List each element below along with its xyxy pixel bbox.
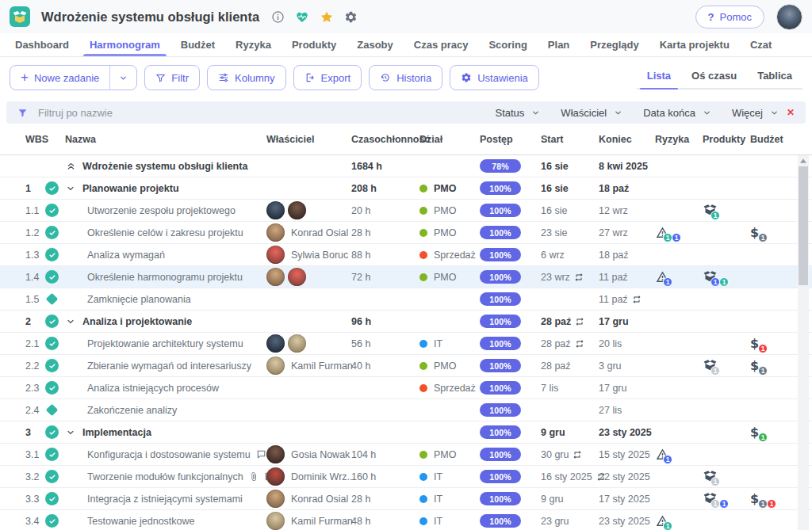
tab-czat[interactable]: Czat [740,33,782,56]
table-row[interactable]: 2.2Zbieranie wymagań od interesariuszyKa… [0,355,812,377]
risk-warning-icon[interactable]: 1 [655,514,670,528]
task-name[interactable]: Testowanie jednostkowe [87,510,195,530]
filter-button[interactable]: Filtr [144,65,200,90]
table-row[interactable]: 3.1Konfiguracja i dostosowanie systemu2G… [0,444,812,466]
table-row[interactable]: 1.5Zamknięcie planowania100%11 paź [0,288,812,311]
owner-avatar[interactable] [266,490,285,508]
table-row[interactable]: 2.4Zakończenie analizy100%27 lis [0,399,812,421]
view-o-czasu[interactable]: Oś czasu [681,66,747,88]
comments-icon[interactable] [256,449,266,459]
owner-avatar[interactable] [266,467,285,486]
table-row[interactable]: 1Planowanie projektu208 hPMO100%16 sie18… [0,177,812,200]
filter-dropdown-wi-cej[interactable]: Więcej [732,107,779,119]
new-task-dropdown-button[interactable] [109,66,136,90]
task-name[interactable]: Integracja z istniejącymi systemami [87,488,243,509]
column-header-name[interactable]: Nazwa [65,124,96,155]
table-row[interactable]: Wdrożenie systemu obsługi klienta1684 h7… [0,155,812,177]
status-done-icon[interactable] [45,177,59,199]
table-row[interactable]: 1.3Analiza wymagańSylwia Boruc88 hSprzed… [0,244,812,266]
task-name[interactable]: Planowanie projektu [82,177,179,199]
owner-avatar[interactable] [266,246,285,264]
favorite-star-icon[interactable] [320,10,334,24]
filter-dropdown-w-a-ciciel[interactable]: Właściciel [561,107,622,119]
table-row[interactable]: 3Implementacja100%9 gru23 sty 2025$1 [0,421,812,444]
risk-warning-icon[interactable]: 1 [655,270,670,284]
view-lista[interactable]: Lista [637,66,681,88]
owner-avatar[interactable] [266,357,285,375]
owner-avatar[interactable] [266,334,285,353]
milestone-diamond-icon[interactable] [45,399,56,421]
task-name[interactable]: Konfiguracja i dostosowanie systemu2 [87,444,274,465]
export-button[interactable]: Export [293,65,362,90]
tab-harmonogram[interactable]: Harmonogram [79,33,170,56]
columns-button[interactable]: Kolumny [207,65,286,90]
status-done-icon[interactable] [45,266,59,288]
column-header-hours[interactable]: Czasochłonność [351,124,430,155]
owner-avatar[interactable] [266,268,285,286]
task-name[interactable]: Zbieranie wymagań od interesariuszy [87,355,251,376]
owner-avatar[interactable] [266,445,285,463]
table-row[interactable]: 3.3Integracja z istniejącymi systemamiKo… [0,488,812,510]
owner-avatar[interactable] [266,223,285,242]
status-done-icon[interactable] [45,377,59,398]
column-header-wbs[interactable]: WBS [25,124,48,155]
task-name[interactable]: Wdrożenie systemu obsługi klienta [82,155,247,177]
tab-dashboard[interactable]: Dashboard [5,33,79,56]
tab-karta-projektu[interactable]: Karta projektu [649,33,740,56]
owner-avatar[interactable] [266,512,285,530]
status-done-icon[interactable] [45,444,59,465]
budget-dollar-icon[interactable]: $1 [750,337,759,350]
tab-plan[interactable]: Plan [538,33,580,56]
product-box-icon[interactable]: 1 [703,359,718,372]
filter-dropdown-data-ko-ca[interactable]: Data końca [643,107,711,119]
task-name[interactable]: Analiza istniejących procesów [87,377,219,398]
status-done-icon[interactable] [45,200,59,221]
task-name[interactable]: Implementacja [82,421,151,443]
collapse-row-icon[interactable] [66,421,75,443]
task-name[interactable]: Utworzenie zespołu projektowego [87,200,236,221]
status-done-icon[interactable] [45,510,59,530]
vertical-scrollbar[interactable] [798,155,809,530]
budget-dollar-icon[interactable]: $1 [750,227,759,239]
settings-button[interactable]: Ustawienia [450,65,539,90]
column-header-owner[interactable]: Właściciel [266,124,314,155]
task-name[interactable]: Zamknięcie planowania [87,288,191,310]
table-row[interactable]: 3.4Testowanie jednostkoweKamil Furman48 … [0,510,812,530]
table-row[interactable]: 1.1Utworzenie zespołu projektowego20 hPM… [0,200,812,222]
column-header-dept[interactable]: Dział [419,124,442,155]
task-name[interactable]: Analiza wymagań [87,244,165,265]
table-row[interactable]: 2Analiza i projektowanie96 h100%28 paź17… [0,311,812,333]
status-done-icon[interactable] [45,488,59,509]
product-box-icon[interactable]: 11 [703,270,718,284]
project-settings-gear-icon[interactable] [344,10,358,24]
table-row[interactable]: 1.4Określenie harmonogramu projektu72 hP… [0,266,812,288]
product-box-icon[interactable]: 1 [703,470,718,483]
column-header-progress[interactable]: Postęp [480,124,513,155]
status-done-icon[interactable] [45,222,59,243]
column-header-budget[interactable]: Budżet [750,124,783,155]
tab-bud-et[interactable]: Budżet [170,33,225,56]
attachment-icon[interactable] [249,471,259,482]
collapse-all-icon[interactable] [66,155,76,177]
product-box-icon[interactable]: 11 [703,492,718,505]
funnel-filled-icon[interactable] [17,108,28,118]
status-done-icon[interactable] [45,333,59,354]
column-header-risk[interactable]: Ryzyka [655,124,689,155]
column-header-start[interactable]: Start [541,124,563,155]
history-button[interactable]: Historia [369,65,442,90]
health-heart-icon[interactable] [295,10,309,24]
column-header-end[interactable]: Koniec [599,124,632,155]
owner-avatar[interactable] [266,201,285,219]
task-name[interactable]: Analiza i projektowanie [82,311,192,332]
table-row[interactable]: 1.2Określenie celów i zakresu projektuKo… [0,222,812,244]
table-row[interactable]: 2.3Analiza istniejących procesówSprzedaż… [0,377,812,399]
status-done-icon[interactable] [45,244,59,265]
status-done-icon[interactable] [45,355,59,376]
help-button[interactable]: ? Pomoc [695,6,764,29]
task-name[interactable]: Zakończenie analizy [87,399,177,421]
clear-filters-icon[interactable]: ✕ [787,107,795,118]
table-row[interactable]: 2.1Projektowanie architektury systemu56 … [0,333,812,355]
new-task-button[interactable]: + Nowe zadanie [10,66,109,90]
task-name[interactable]: Tworzenie modułów funkcjonalnych1 [87,466,282,487]
owner-avatar[interactable] [288,268,306,286]
